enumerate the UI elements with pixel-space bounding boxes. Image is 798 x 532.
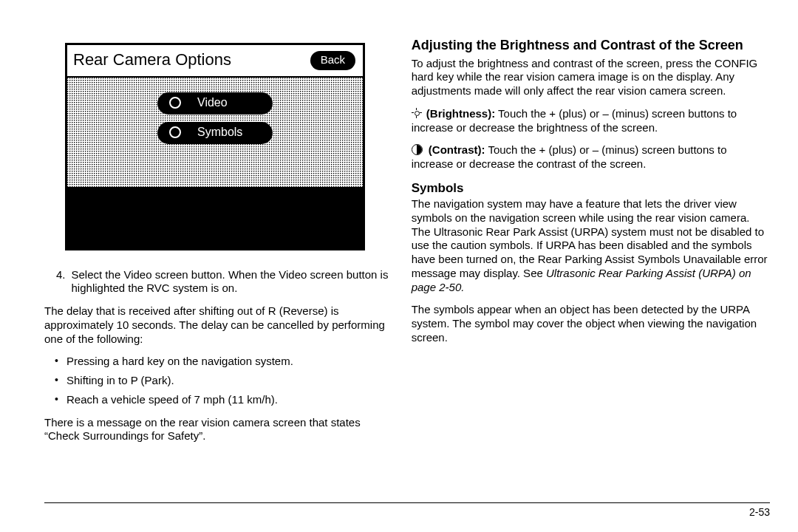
right-column: Adjusting the Brightness and Contrast of…: [412, 37, 770, 498]
step-text: Select the Video screen button. When the…: [72, 268, 389, 296]
safety-message-paragraph: There is a message on the rear vision ca…: [44, 416, 389, 444]
cancel-delay-list: Pressing a hard key on the navigation sy…: [44, 355, 389, 406]
list-item: Pressing a hard key on the navigation sy…: [66, 355, 389, 369]
contrast-label: (Contrast):: [429, 143, 485, 156]
left-column: Rear Camera Options Back Video Symbols: [44, 37, 389, 498]
brightness-icon: [412, 108, 422, 118]
brightness-label: (Brightness):: [426, 107, 495, 120]
two-column-layout: Rear Camera Options Back Video Symbols: [44, 37, 770, 498]
device-options-area: Video Symbols: [67, 78, 363, 187]
option-label: Symbols: [194, 125, 265, 140]
device-title-bar: Rear Camera Options Back: [67, 45, 363, 78]
heading-symbols: Symbols: [412, 180, 770, 196]
contrast-icon: [412, 144, 423, 155]
heading-brightness-contrast: Adjusting the Brightness and Contrast of…: [412, 37, 770, 54]
contrast-item: (Contrast): Touch the + (plus) or – (min…: [412, 143, 770, 171]
step-number: 4.: [56, 268, 66, 296]
device-inner: Rear Camera Options Back Video Symbols: [67, 45, 363, 248]
manual-page: Rear Camera Options Back Video Symbols: [0, 0, 798, 532]
page-number: 2-53: [749, 506, 770, 518]
symbols-option-button[interactable]: Symbols: [157, 122, 273, 144]
brightness-item: (Brightness): Touch the + (plus) or – (m…: [412, 107, 770, 135]
list-item: Shifting in to P (Park).: [66, 374, 389, 388]
symbols-paragraph-1: The navigation system may have a feature…: [412, 197, 770, 294]
device-title: Rear Camera Options: [67, 45, 310, 76]
device-bottom-bar: [67, 187, 363, 248]
device-screenshot: Rear Camera Options Back Video Symbols: [65, 43, 365, 250]
symbols-paragraph-2: The symbols appear when an object has be…: [412, 303, 770, 344]
delay-paragraph: The delay that is received after shiftin…: [44, 304, 389, 346]
option-label: Video: [194, 95, 265, 110]
page-footer: 2-53: [44, 502, 770, 519]
step-4: 4. Select the Video screen button. When …: [56, 268, 389, 296]
video-option-button[interactable]: Video: [157, 92, 273, 115]
list-item: Reach a vehicle speed of 7 mph (11 km/h)…: [66, 393, 389, 407]
back-button[interactable]: Back: [310, 51, 355, 70]
radio-icon: [169, 126, 181, 138]
brightness-intro: To adjust the brightness and contrast of…: [412, 57, 770, 98]
radio-icon: [169, 97, 181, 109]
